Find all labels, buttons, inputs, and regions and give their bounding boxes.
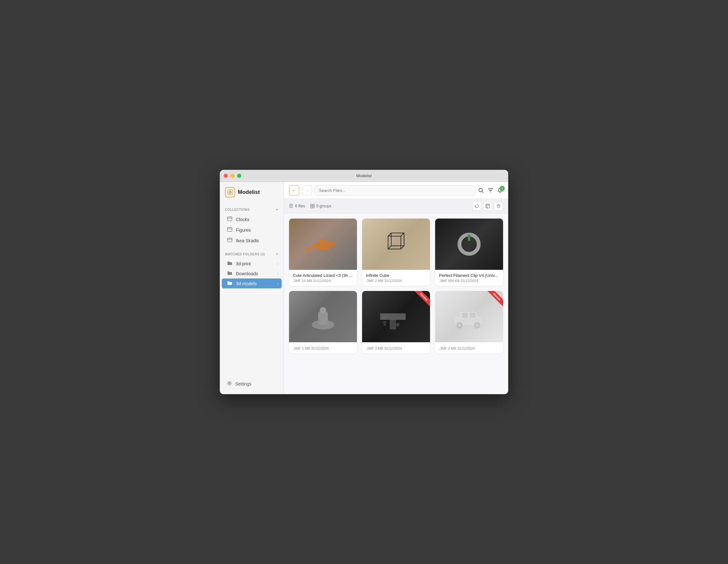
svg-rect-16 [486, 205, 487, 206]
svg-point-47 [476, 324, 479, 327]
svg-rect-4 [227, 228, 232, 231]
settings-item[interactable]: Settings [222, 378, 282, 389]
sidebar-item-3d-print[interactable]: 3d print › [222, 259, 282, 269]
forward-icon: → [305, 188, 309, 193]
svg-rect-12 [313, 204, 314, 206]
delete-button[interactable] [494, 202, 503, 211]
sidebar-item-3d-models-label: 3d-models [236, 281, 257, 286]
svg-rect-31 [468, 235, 470, 241]
file-card-6[interactable]: .3MF 2 MB 31/12/2024 [435, 291, 503, 353]
filter-button[interactable] [488, 187, 493, 193]
main-layout: Modelist COLLECTIONS + Clocks [220, 182, 508, 394]
card-meta-1: .3MF 16 MB 31/12/2024 [293, 279, 353, 283]
card-info-4: .3MF 1 MB 31/12/2024 [289, 342, 357, 353]
svg-rect-14 [313, 206, 314, 208]
forward-button[interactable]: → [302, 185, 312, 195]
svg-rect-41 [380, 315, 382, 318]
card-info-2: Infinite Cube .3MF 2 MB 31/12/2024 [362, 270, 430, 286]
notification-badge: 1 [500, 186, 505, 191]
svg-rect-2 [227, 217, 232, 221]
watched-folders-header: WATCHED FOLDERS (3) + [220, 250, 284, 259]
card-info-6: .3MF 2 MB 31/12/2024 [435, 342, 503, 353]
sidebar-item-ikea-skadis-label: Ikea Skadis [236, 238, 259, 243]
card-info-3: Perfect Filament Clip V4 (Univ... .3MF 9… [435, 270, 503, 286]
svg-rect-7 [227, 238, 232, 239]
groups-count: 0 groups [310, 204, 331, 208]
chevron-right-icon: › [277, 282, 278, 286]
card-info-1: Cute Articulated Lizard <3 (3h ... .3MF … [289, 270, 357, 286]
svg-line-26 [401, 233, 404, 236]
svg-rect-38 [393, 321, 396, 323]
logo-text: Modelist [238, 189, 260, 195]
svg-rect-11 [310, 204, 312, 206]
refresh-button[interactable] [472, 202, 481, 211]
svg-rect-49 [470, 313, 476, 318]
card-thumbnail-3 [435, 219, 503, 270]
card-meta-2: .3MF 2 MB 31/12/2024 [366, 279, 426, 283]
save-view-button[interactable] [483, 202, 492, 211]
minimize-button[interactable] [230, 174, 235, 178]
close-button[interactable] [224, 174, 228, 178]
sidebar-item-figures-label: Figures [236, 228, 251, 233]
svg-rect-6 [227, 238, 232, 242]
sidebar-item-figures[interactable]: Figures [222, 225, 282, 235]
back-button[interactable]: ← [289, 185, 299, 195]
svg-rect-3 [227, 217, 232, 218]
settings-icon [227, 381, 232, 387]
sidebar-item-clocks[interactable]: Clocks [222, 214, 282, 225]
review-badge-5 [411, 291, 430, 310]
svg-rect-33 [318, 312, 328, 325]
card-meta-5: .3MF 3 MB 31/12/2024 [366, 346, 426, 350]
file-card-4[interactable]: .3MF 1 MB 31/12/2024 [289, 291, 357, 353]
notification-button[interactable]: 1 [497, 187, 503, 193]
svg-rect-5 [227, 228, 232, 229]
card-thumbnail-1 [289, 219, 357, 270]
svg-rect-17 [488, 205, 489, 206]
app-window: Modelist Modelist COLLECTIONS + [220, 170, 508, 394]
maximize-button[interactable] [237, 174, 241, 178]
sidebar-item-clocks-label: Clocks [236, 217, 249, 222]
svg-rect-15 [486, 204, 490, 208]
sidebar-item-downloads[interactable]: Downloads › [222, 269, 282, 278]
search-input[interactable] [315, 185, 476, 195]
toolbar-actions: 1 [478, 187, 503, 193]
sidebar-item-3d-print-label: 3d print [236, 261, 251, 266]
sidebar-item-downloads-label: Downloads [236, 271, 258, 276]
file-card-1[interactable]: Cute Articulated Lizard <3 (3h ... .3MF … [289, 219, 357, 286]
chevron-right-icon: › [277, 262, 278, 266]
card-title-1: Cute Articulated Lizard <3 (3h ... [293, 273, 353, 278]
collection-icon [227, 227, 233, 233]
titlebar: Modelist [220, 170, 508, 182]
file-card-5[interactable]: .3MF 3 MB 31/12/2024 [362, 291, 430, 353]
stats-info: 6 files 0 groups [289, 204, 331, 208]
collections-label: COLLECTIONS [225, 208, 250, 211]
svg-point-34 [320, 307, 326, 313]
sidebar-item-3d-models[interactable]: 3d-models › [222, 278, 282, 288]
card-info-5: .3MF 3 MB 31/12/2024 [362, 342, 430, 353]
svg-rect-48 [462, 313, 468, 318]
collection-icon [227, 216, 233, 222]
window-title: Modelist [356, 173, 372, 178]
add-collection-button[interactable]: + [276, 207, 278, 212]
collections-header: COLLECTIONS + [220, 205, 284, 214]
back-icon: ← [292, 188, 296, 193]
files-grid: Cute Articulated Lizard <3 (3h ... .3MF … [284, 213, 508, 394]
content-area: ← → [284, 182, 508, 394]
folder-icon [227, 261, 233, 266]
logo-icon [225, 187, 235, 197]
svg-point-39 [396, 323, 400, 327]
search-button[interactable] [478, 187, 484, 193]
settings-label: Settings [235, 381, 252, 386]
file-card-2[interactable]: Infinite Cube .3MF 2 MB 31/12/2024 [362, 219, 430, 286]
card-title-2: Infinite Cube [366, 273, 426, 278]
add-folder-button[interactable]: + [276, 252, 278, 257]
watched-folders-label: WATCHED FOLDERS (3) [225, 253, 265, 256]
sidebar-item-ikea-skadis[interactable]: Ikea Skadis [222, 235, 282, 246]
svg-rect-37 [383, 321, 386, 323]
svg-point-9 [479, 188, 483, 192]
folder-icon [227, 271, 233, 276]
svg-point-21 [331, 242, 334, 245]
card-title-3: Perfect Filament Clip V4 (Univ... [439, 273, 499, 278]
folder-icon [227, 281, 233, 286]
file-card-3[interactable]: Perfect Filament Clip V4 (Univ... .3MF 9… [435, 219, 503, 286]
